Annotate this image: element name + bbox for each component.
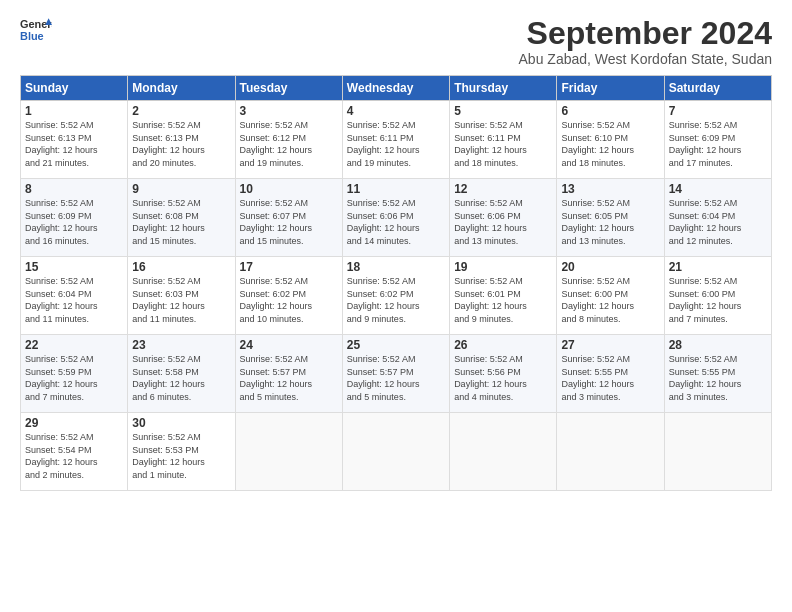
day-info: Sunrise: 5:52 AM Sunset: 6:04 PM Dayligh…	[669, 197, 767, 247]
table-cell	[557, 413, 664, 491]
table-cell: 5Sunrise: 5:52 AM Sunset: 6:11 PM Daylig…	[450, 101, 557, 179]
day-info: Sunrise: 5:52 AM Sunset: 6:02 PM Dayligh…	[240, 275, 338, 325]
day-number: 29	[25, 416, 123, 430]
day-number: 22	[25, 338, 123, 352]
header-friday: Friday	[557, 76, 664, 101]
day-info: Sunrise: 5:52 AM Sunset: 6:08 PM Dayligh…	[132, 197, 230, 247]
table-cell	[235, 413, 342, 491]
day-info: Sunrise: 5:52 AM Sunset: 6:13 PM Dayligh…	[25, 119, 123, 169]
table-cell: 12Sunrise: 5:52 AM Sunset: 6:06 PM Dayli…	[450, 179, 557, 257]
table-cell	[664, 413, 771, 491]
table-cell	[342, 413, 449, 491]
header-thursday: Thursday	[450, 76, 557, 101]
header-monday: Monday	[128, 76, 235, 101]
logo: General Blue	[20, 16, 52, 44]
day-info: Sunrise: 5:52 AM Sunset: 6:03 PM Dayligh…	[132, 275, 230, 325]
day-number: 3	[240, 104, 338, 118]
week-row-2: 8Sunrise: 5:52 AM Sunset: 6:09 PM Daylig…	[21, 179, 772, 257]
table-cell: 8Sunrise: 5:52 AM Sunset: 6:09 PM Daylig…	[21, 179, 128, 257]
table-cell: 26Sunrise: 5:52 AM Sunset: 5:56 PM Dayli…	[450, 335, 557, 413]
day-info: Sunrise: 5:52 AM Sunset: 5:57 PM Dayligh…	[240, 353, 338, 403]
day-number: 4	[347, 104, 445, 118]
table-cell: 20Sunrise: 5:52 AM Sunset: 6:00 PM Dayli…	[557, 257, 664, 335]
day-number: 27	[561, 338, 659, 352]
day-number: 8	[25, 182, 123, 196]
calendar-table: Sunday Monday Tuesday Wednesday Thursday…	[20, 75, 772, 491]
table-cell: 14Sunrise: 5:52 AM Sunset: 6:04 PM Dayli…	[664, 179, 771, 257]
table-cell: 23Sunrise: 5:52 AM Sunset: 5:58 PM Dayli…	[128, 335, 235, 413]
day-number: 23	[132, 338, 230, 352]
day-number: 1	[25, 104, 123, 118]
header-sunday: Sunday	[21, 76, 128, 101]
day-info: Sunrise: 5:52 AM Sunset: 6:04 PM Dayligh…	[25, 275, 123, 325]
table-cell: 2Sunrise: 5:52 AM Sunset: 6:13 PM Daylig…	[128, 101, 235, 179]
day-info: Sunrise: 5:52 AM Sunset: 6:00 PM Dayligh…	[669, 275, 767, 325]
day-number: 18	[347, 260, 445, 274]
calendar-header-row: Sunday Monday Tuesday Wednesday Thursday…	[21, 76, 772, 101]
day-info: Sunrise: 5:52 AM Sunset: 6:10 PM Dayligh…	[561, 119, 659, 169]
header-tuesday: Tuesday	[235, 76, 342, 101]
day-info: Sunrise: 5:52 AM Sunset: 6:11 PM Dayligh…	[347, 119, 445, 169]
day-info: Sunrise: 5:52 AM Sunset: 5:53 PM Dayligh…	[132, 431, 230, 481]
title-block: September 2024 Abu Zabad, West Kordofan …	[519, 16, 772, 67]
page: General Blue September 2024 Abu Zabad, W…	[0, 0, 792, 612]
day-number: 20	[561, 260, 659, 274]
table-cell: 10Sunrise: 5:52 AM Sunset: 6:07 PM Dayli…	[235, 179, 342, 257]
day-info: Sunrise: 5:52 AM Sunset: 6:06 PM Dayligh…	[454, 197, 552, 247]
table-cell: 27Sunrise: 5:52 AM Sunset: 5:55 PM Dayli…	[557, 335, 664, 413]
table-cell: 15Sunrise: 5:52 AM Sunset: 6:04 PM Dayli…	[21, 257, 128, 335]
day-info: Sunrise: 5:52 AM Sunset: 5:54 PM Dayligh…	[25, 431, 123, 481]
header: General Blue September 2024 Abu Zabad, W…	[20, 16, 772, 67]
day-number: 13	[561, 182, 659, 196]
day-number: 10	[240, 182, 338, 196]
day-info: Sunrise: 5:52 AM Sunset: 6:02 PM Dayligh…	[347, 275, 445, 325]
table-cell: 1Sunrise: 5:52 AM Sunset: 6:13 PM Daylig…	[21, 101, 128, 179]
day-number: 7	[669, 104, 767, 118]
day-number: 16	[132, 260, 230, 274]
day-info: Sunrise: 5:52 AM Sunset: 6:05 PM Dayligh…	[561, 197, 659, 247]
week-row-4: 22Sunrise: 5:52 AM Sunset: 5:59 PM Dayli…	[21, 335, 772, 413]
day-number: 9	[132, 182, 230, 196]
table-cell: 11Sunrise: 5:52 AM Sunset: 6:06 PM Dayli…	[342, 179, 449, 257]
table-cell	[450, 413, 557, 491]
week-row-3: 15Sunrise: 5:52 AM Sunset: 6:04 PM Dayli…	[21, 257, 772, 335]
day-info: Sunrise: 5:52 AM Sunset: 6:09 PM Dayligh…	[25, 197, 123, 247]
day-number: 17	[240, 260, 338, 274]
table-cell: 21Sunrise: 5:52 AM Sunset: 6:00 PM Dayli…	[664, 257, 771, 335]
day-number: 25	[347, 338, 445, 352]
day-info: Sunrise: 5:52 AM Sunset: 6:01 PM Dayligh…	[454, 275, 552, 325]
week-row-5: 29Sunrise: 5:52 AM Sunset: 5:54 PM Dayli…	[21, 413, 772, 491]
table-cell: 17Sunrise: 5:52 AM Sunset: 6:02 PM Dayli…	[235, 257, 342, 335]
table-cell: 25Sunrise: 5:52 AM Sunset: 5:57 PM Dayli…	[342, 335, 449, 413]
day-info: Sunrise: 5:52 AM Sunset: 5:55 PM Dayligh…	[561, 353, 659, 403]
table-cell: 6Sunrise: 5:52 AM Sunset: 6:10 PM Daylig…	[557, 101, 664, 179]
day-number: 26	[454, 338, 552, 352]
day-number: 28	[669, 338, 767, 352]
day-number: 2	[132, 104, 230, 118]
table-cell: 9Sunrise: 5:52 AM Sunset: 6:08 PM Daylig…	[128, 179, 235, 257]
day-info: Sunrise: 5:52 AM Sunset: 6:11 PM Dayligh…	[454, 119, 552, 169]
table-cell: 28Sunrise: 5:52 AM Sunset: 5:55 PM Dayli…	[664, 335, 771, 413]
day-number: 12	[454, 182, 552, 196]
day-number: 5	[454, 104, 552, 118]
day-number: 19	[454, 260, 552, 274]
day-info: Sunrise: 5:52 AM Sunset: 6:13 PM Dayligh…	[132, 119, 230, 169]
day-number: 21	[669, 260, 767, 274]
general-blue-logo-icon: General Blue	[20, 16, 52, 44]
table-cell: 4Sunrise: 5:52 AM Sunset: 6:11 PM Daylig…	[342, 101, 449, 179]
day-number: 11	[347, 182, 445, 196]
table-cell: 18Sunrise: 5:52 AM Sunset: 6:02 PM Dayli…	[342, 257, 449, 335]
day-number: 30	[132, 416, 230, 430]
table-cell: 24Sunrise: 5:52 AM Sunset: 5:57 PM Dayli…	[235, 335, 342, 413]
month-title: September 2024	[519, 16, 772, 51]
day-number: 15	[25, 260, 123, 274]
table-cell: 30Sunrise: 5:52 AM Sunset: 5:53 PM Dayli…	[128, 413, 235, 491]
day-info: Sunrise: 5:52 AM Sunset: 6:00 PM Dayligh…	[561, 275, 659, 325]
day-info: Sunrise: 5:52 AM Sunset: 6:09 PM Dayligh…	[669, 119, 767, 169]
header-saturday: Saturday	[664, 76, 771, 101]
day-info: Sunrise: 5:52 AM Sunset: 5:57 PM Dayligh…	[347, 353, 445, 403]
week-row-1: 1Sunrise: 5:52 AM Sunset: 6:13 PM Daylig…	[21, 101, 772, 179]
day-info: Sunrise: 5:52 AM Sunset: 5:56 PM Dayligh…	[454, 353, 552, 403]
subtitle: Abu Zabad, West Kordofan State, Sudan	[519, 51, 772, 67]
day-info: Sunrise: 5:52 AM Sunset: 5:59 PM Dayligh…	[25, 353, 123, 403]
